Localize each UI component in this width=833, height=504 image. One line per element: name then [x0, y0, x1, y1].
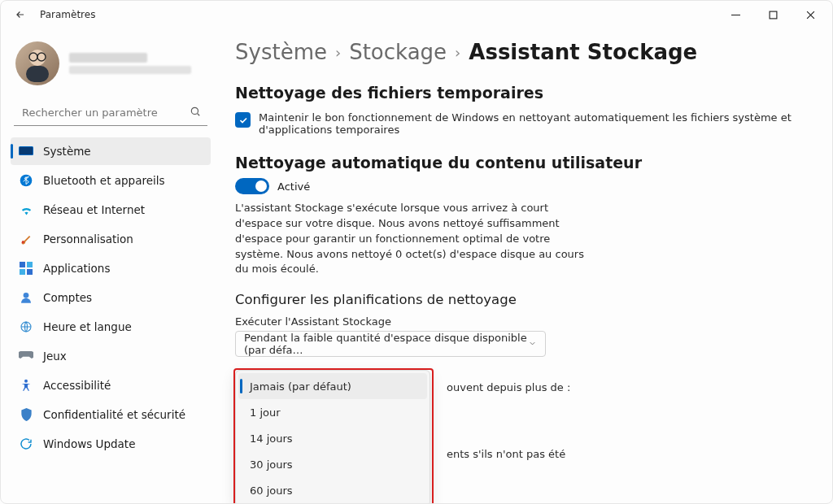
- checkbox-label: Maintenir le bon fonctionnement de Windo…: [259, 111, 813, 136]
- accessibility-icon: [19, 378, 33, 393]
- svg-rect-0: [770, 11, 777, 19]
- svg-point-15: [24, 380, 28, 383]
- nav-network[interactable]: Réseau et Internet: [11, 196, 211, 224]
- search-input[interactable]: [14, 100, 207, 126]
- back-button[interactable]: [9, 3, 32, 26]
- content: Système › Stockage › Assistant Stockage …: [220, 28, 832, 504]
- checkbox-row[interactable]: Maintenir le bon fonctionnement de Windo…: [235, 111, 813, 136]
- svg-rect-7: [20, 147, 33, 154]
- nav-label: Jeux: [43, 350, 67, 363]
- nav-time-language[interactable]: Heure et langue: [11, 313, 211, 341]
- window-maximize[interactable]: [754, 1, 792, 28]
- update-icon: [19, 437, 33, 451]
- svg-rect-2: [26, 66, 49, 82]
- profile-email-redacted: [69, 66, 191, 74]
- nav-label: Heure et langue: [43, 320, 132, 333]
- dropdown-option[interactable]: Jamais (par défaut): [238, 373, 427, 399]
- chevron-down-icon: [528, 338, 537, 350]
- nav-label: Système: [43, 145, 91, 158]
- nav-personalization[interactable]: Personnalisation: [11, 225, 211, 253]
- nav-privacy[interactable]: Confidentialité et sécurité: [11, 401, 211, 428]
- nav-label: Confidentialité et sécurité: [43, 408, 185, 421]
- section-temp-title: Nettoyage des fichiers temporaires: [235, 84, 813, 102]
- obscured-text: ents s'ils n'ont pas été: [447, 448, 565, 460]
- search-field[interactable]: [20, 106, 190, 119]
- person-icon: [19, 290, 33, 305]
- section-description: L'assistant Stockage s'exécute lorsque v…: [235, 201, 593, 277]
- breadcrumb-current: Assistant Stockage: [469, 40, 697, 64]
- obscured-text: ouvent depuis plus de :: [447, 381, 570, 393]
- breadcrumb-storage[interactable]: Stockage: [349, 40, 447, 64]
- nav: Système Bluetooth et appareils Réseau et…: [11, 137, 211, 458]
- window-minimize[interactable]: [717, 1, 754, 28]
- chevron-right-icon: ›: [455, 44, 460, 61]
- breadcrumb-system[interactable]: Système: [235, 40, 327, 64]
- sidebar: Système Bluetooth et appareils Réseau et…: [1, 28, 220, 504]
- dropdown-option[interactable]: 30 jours: [238, 451, 427, 477]
- breadcrumb: Système › Stockage › Assistant Stockage: [235, 40, 813, 64]
- nav-label: Windows Update: [43, 437, 135, 450]
- window-close[interactable]: [792, 1, 829, 28]
- svg-point-13: [24, 293, 29, 298]
- nav-accounts[interactable]: Comptes: [11, 284, 211, 311]
- nav-label: Comptes: [43, 291, 92, 304]
- svg-rect-11: [20, 269, 25, 275]
- nav-system[interactable]: Système: [11, 137, 211, 165]
- nav-label: Accessibilité: [43, 379, 111, 392]
- nav-bluetooth[interactable]: Bluetooth et appareils: [11, 167, 211, 194]
- dropdown-option[interactable]: 1 jour: [238, 399, 427, 425]
- nav-label: Applications: [43, 262, 110, 275]
- avatar: [15, 41, 59, 85]
- svg-rect-9: [20, 262, 25, 267]
- subsection-title: Configurer les planifications de nettoya…: [235, 292, 813, 307]
- nav-gaming[interactable]: Jeux: [11, 342, 211, 370]
- title-bar: Paramètres: [1, 1, 832, 28]
- dropdown-option[interactable]: 60 jours: [238, 477, 427, 503]
- bluetooth-icon: [19, 173, 33, 188]
- toggle-on[interactable]: [235, 178, 269, 194]
- brush-icon: [19, 232, 33, 246]
- dropdown-option[interactable]: 14 jours: [238, 425, 427, 451]
- section-auto-title: Nettoyage automatique du contenu utilisa…: [235, 154, 813, 172]
- nav-accessibility[interactable]: Accessibilité: [11, 371, 211, 399]
- globe-icon: [19, 319, 33, 334]
- nav-label: Réseau et Internet: [43, 203, 145, 216]
- nav-label: Personnalisation: [43, 232, 133, 245]
- toggle-row[interactable]: Activé: [235, 178, 813, 194]
- select-value: Pendant la faible quantité d'espace disq…: [244, 332, 528, 356]
- svg-rect-10: [27, 262, 33, 267]
- gamepad-icon: [19, 349, 33, 363]
- profile[interactable]: [11, 41, 211, 100]
- nav-apps[interactable]: Applications: [11, 254, 211, 282]
- select-run-storage-sense[interactable]: Pendant la faible quantité d'espace disq…: [235, 331, 546, 357]
- apps-icon: [19, 261, 33, 276]
- chevron-right-icon: ›: [335, 44, 341, 61]
- svg-rect-12: [27, 269, 33, 275]
- checkbox-checked[interactable]: [235, 112, 251, 128]
- search-icon: [190, 105, 201, 120]
- profile-name-redacted: [69, 53, 147, 63]
- svg-point-5: [191, 107, 198, 114]
- wifi-icon: [19, 202, 33, 217]
- field-label: Exécuter l'Assistant Stockage: [235, 315, 813, 328]
- nav-windows-update[interactable]: Windows Update: [11, 430, 211, 458]
- system-icon: [19, 144, 33, 159]
- shield-icon: [19, 407, 33, 422]
- dropdown-open: Jamais (par défaut) 1 jour 14 jours 30 j…: [235, 370, 430, 504]
- toggle-label: Activé: [277, 180, 310, 193]
- window-title: Paramètres: [40, 9, 95, 20]
- nav-label: Bluetooth et appareils: [43, 174, 165, 187]
